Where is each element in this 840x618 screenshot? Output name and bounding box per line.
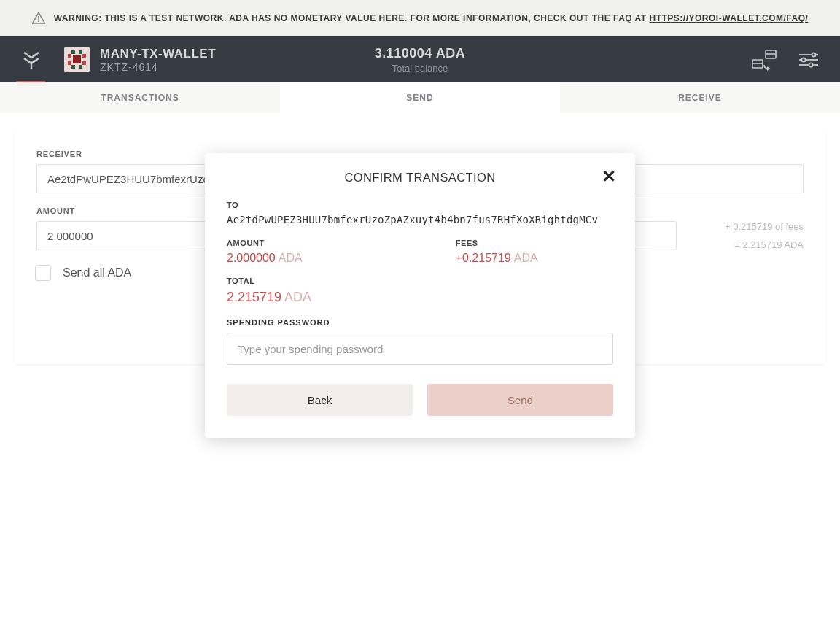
fees-value: +0.215719 (456, 252, 511, 264)
total-value: 2.215719 (227, 290, 281, 304)
amount-label-modal: AMOUNT (227, 239, 303, 247)
send-button[interactable]: Send (427, 384, 613, 416)
spending-password-input[interactable] (227, 333, 613, 365)
to-label: TO (227, 201, 613, 209)
modal-title: CONFIRM TRANSACTION (227, 171, 613, 185)
fees-label: FEES (456, 239, 538, 247)
spending-password-label: SPENDING PASSWORD (227, 318, 613, 327)
back-button[interactable]: Back (227, 384, 413, 416)
fees-unit: ADA (514, 252, 538, 264)
total-label: TOTAL (227, 277, 613, 285)
close-icon[interactable]: ✕ (602, 168, 616, 185)
to-address: Ae2tdPwUPEZ3HUU7bmfexrUzoZpAZxuyt4b4bn7f… (227, 214, 613, 225)
amount-unit: ADA (279, 252, 303, 264)
total-unit: ADA (284, 290, 311, 304)
amount-value: 2.000000 (227, 252, 276, 264)
modal-overlay: CONFIRM TRANSACTION ✕ TO Ae2tdPwUPEZ3HUU… (0, 0, 840, 618)
confirm-transaction-modal: CONFIRM TRANSACTION ✕ TO Ae2tdPwUPEZ3HUU… (205, 153, 635, 438)
